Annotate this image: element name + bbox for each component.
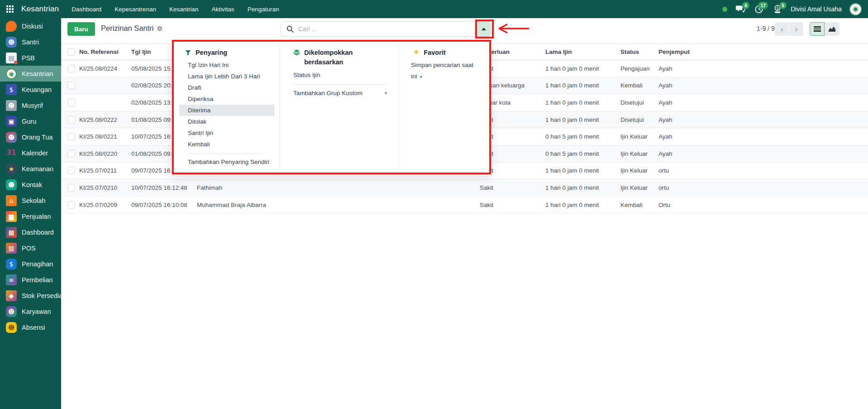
sidebar-item-kalender[interactable]: 31Kalender bbox=[0, 145, 61, 161]
cell-penjemput: Ayah bbox=[658, 82, 868, 89]
row-checkbox[interactable] bbox=[67, 99, 75, 106]
filter-item-kembali[interactable]: Kembali bbox=[179, 139, 274, 150]
search-options-toggle[interactable] bbox=[477, 22, 491, 36]
cell-lama: 1 hari 0 jam 0 menit bbox=[545, 99, 620, 106]
column-header-penjemput[interactable]: Penjemput bbox=[658, 48, 868, 55]
groupby-item-status-ijin[interactable]: Status Ijin bbox=[285, 69, 388, 81]
row-checkbox[interactable] bbox=[67, 82, 75, 89]
pager-next-button[interactable]: › bbox=[789, 22, 803, 36]
apps-grid-icon[interactable] bbox=[6, 5, 14, 13]
sidebar-item-kesantrian[interactable]: ◉Kesantrian bbox=[0, 66, 61, 82]
filter-item-lama-ijin-lebih-dari-3-hari[interactable]: Lama Ijin Lebih Dari 3 Hari bbox=[179, 71, 274, 82]
row-checkbox[interactable] bbox=[67, 201, 75, 209]
top-menu-kepesantrenan[interactable]: Kepesantrenan bbox=[114, 6, 156, 13]
gear-icon[interactable]: ⚙ bbox=[157, 25, 162, 32]
top-navbar: Kesantrian DashboardKepesantrenanKesantr… bbox=[0, 0, 868, 18]
sidebar-item-orang-tua[interactable]: ☻Orang Tua bbox=[0, 129, 61, 145]
sidebar-item-santri[interactable]: ☻Santri bbox=[0, 34, 61, 50]
sidebar-item-pos[interactable]: ▥POS bbox=[0, 240, 61, 256]
table-row[interactable]: KI/25.07/020909/07/2025 16:10:08Muhammad… bbox=[61, 197, 868, 214]
filters-divider bbox=[188, 153, 264, 154]
chat-bubble-icon bbox=[6, 21, 17, 32]
row-checkbox[interactable] bbox=[67, 116, 75, 124]
sidebar-item-psb[interactable]: ▤PSB bbox=[0, 50, 61, 66]
top-menu-kesantrian[interactable]: Kesantrian bbox=[169, 6, 199, 13]
table-row[interactable]: KI/25.07/021010/07/2025 16:12:48Fathimah… bbox=[61, 179, 868, 197]
column-header-status[interactable]: Status bbox=[620, 48, 658, 55]
security-icon: ★ bbox=[6, 164, 17, 174]
cell-ref: KI/25.07/0211 bbox=[79, 167, 131, 174]
list-view-button[interactable] bbox=[810, 22, 825, 36]
cell-lama: 1 hari 0 jam 0 menit bbox=[545, 65, 620, 72]
user-avatar[interactable] bbox=[849, 3, 862, 15]
new-record-button[interactable]: Baru bbox=[67, 22, 95, 36]
add-custom-filter[interactable]: Tambahkan Penyaring Sendiri bbox=[188, 156, 269, 168]
pager-previous-button[interactable]: ‹ bbox=[775, 22, 789, 36]
control-panel: Baru Perizinan Santri ⚙ 1-9 / 9 ‹ › bbox=[61, 18, 868, 40]
filters-section-header: Penyaring bbox=[185, 48, 227, 58]
filter-item-draft[interactable]: Draft bbox=[179, 82, 274, 93]
activities-badge: 17 bbox=[758, 2, 768, 9]
row-checkbox[interactable] bbox=[67, 150, 75, 158]
activities-clock-icon[interactable]: 17 bbox=[754, 4, 764, 14]
finance-icon: $ bbox=[6, 84, 17, 95]
sidebar-item-absensi[interactable]: ☻Absensi bbox=[0, 319, 61, 335]
sidebar-item-sekolah[interactable]: ⌂Sekolah bbox=[0, 192, 61, 208]
add-custom-group[interactable]: Tambahkan Grup Kustom ▾ bbox=[293, 87, 387, 99]
sidebar-item-label: POS bbox=[22, 245, 36, 252]
row-checkbox[interactable] bbox=[67, 167, 75, 174]
sidebar-item-label: Orang Tua bbox=[22, 134, 53, 141]
topbar-right: 6 17 $ 5 Divisi Amal Usaha bbox=[722, 3, 862, 15]
sidebar-item-karyawan[interactable]: ☻Karyawan bbox=[0, 303, 61, 319]
sidebar-item-label: Absensi bbox=[22, 324, 45, 331]
filter-item-ditolak[interactable]: Ditolak bbox=[179, 116, 274, 127]
sidebar-item-kontak[interactable]: ☻Kontak bbox=[0, 177, 61, 192]
filter-item-diperiksa[interactable]: Diperiksa bbox=[179, 93, 274, 105]
cell-lama: 1 hari 0 jam 0 menit bbox=[545, 202, 620, 208]
save-current-search[interactable]: Simpan pencarian saat ini▾ bbox=[402, 59, 489, 71]
sidebar-item-musyrif[interactable]: ☻Musyrif bbox=[0, 97, 61, 113]
sidebar-item-dashboard[interactable]: ▦Dashboard bbox=[0, 224, 61, 240]
sidebar-item-label: Kalender bbox=[22, 149, 48, 157]
sidebar-item-stok-persediaan[interactable]: ◆Stok Persediaan bbox=[0, 288, 61, 303]
sidebar-item-penagihan[interactable]: $Penagihan bbox=[0, 256, 61, 272]
sidebar-item-label: Penagihan bbox=[22, 260, 53, 268]
sidebar-item-penjualan[interactable]: ▆Penjualan bbox=[0, 208, 61, 224]
sidebar-item-keamanan[interactable]: ★Keamanan bbox=[0, 161, 61, 177]
notification-dot bbox=[14, 61, 18, 64]
row-checkbox[interactable] bbox=[67, 65, 75, 72]
calendar-icon: 31 bbox=[6, 148, 17, 159]
sidebar-item-pembelian[interactable]: ≡Pembelian bbox=[0, 272, 61, 288]
filter-item-tgl-izin-hari-ini[interactable]: Tgl Izin Hari Ini bbox=[179, 59, 274, 71]
search-input[interactable] bbox=[297, 25, 477, 33]
row-checkbox[interactable] bbox=[67, 133, 75, 140]
sidebar-item-guru[interactable]: ▣Guru bbox=[0, 113, 61, 129]
company-switcher[interactable]: Divisi Amal Usaha bbox=[791, 5, 842, 13]
cell-ref: KI/25.08/0221 bbox=[79, 133, 131, 140]
contacts-icon: ☻ bbox=[6, 179, 17, 190]
graph-view-button[interactable] bbox=[825, 22, 839, 36]
online-status-dot bbox=[722, 7, 727, 12]
sidebar-item-label: Kesantrian bbox=[22, 70, 53, 77]
cell-status: Ijin Keluar bbox=[620, 184, 658, 191]
sidebar-item-diskusi[interactable]: Diskusi bbox=[0, 18, 61, 34]
top-menu-pengaturan[interactable]: Pengaturan bbox=[248, 6, 279, 13]
column-header-lama-ijin[interactable]: Lama Ijin bbox=[545, 48, 620, 55]
row-checkbox[interactable] bbox=[67, 184, 75, 192]
sidebar-item-keuangan[interactable]: $Keuangan bbox=[0, 82, 61, 97]
inventory-cube-icon: ◆ bbox=[6, 290, 17, 301]
filter-item-santri-ijin[interactable]: Santri Ijin bbox=[179, 127, 274, 139]
column-header-no-referensi[interactable]: No. Referensi bbox=[79, 48, 131, 55]
messages-icon[interactable]: 6 bbox=[735, 4, 746, 14]
cell-lama: 1 hari 0 jam 0 menit bbox=[545, 82, 620, 89]
app-brand[interactable]: Kesantrian bbox=[21, 5, 59, 14]
revenue-icon[interactable]: $ 5 bbox=[772, 4, 783, 14]
svg-text:$: $ bbox=[776, 5, 779, 10]
filter-item-diterima[interactable]: Diterima bbox=[179, 105, 274, 116]
groupby-section-header: Dikelompokkan berdasarkan bbox=[293, 48, 384, 67]
top-menu-aktivitas[interactable]: Aktivitas bbox=[211, 6, 234, 13]
caret-up-icon bbox=[482, 28, 486, 30]
select-all-checkbox[interactable] bbox=[67, 48, 75, 56]
pager-range: 1-9 / 9 bbox=[757, 25, 775, 32]
top-menu-dashboard[interactable]: Dashboard bbox=[72, 6, 101, 13]
